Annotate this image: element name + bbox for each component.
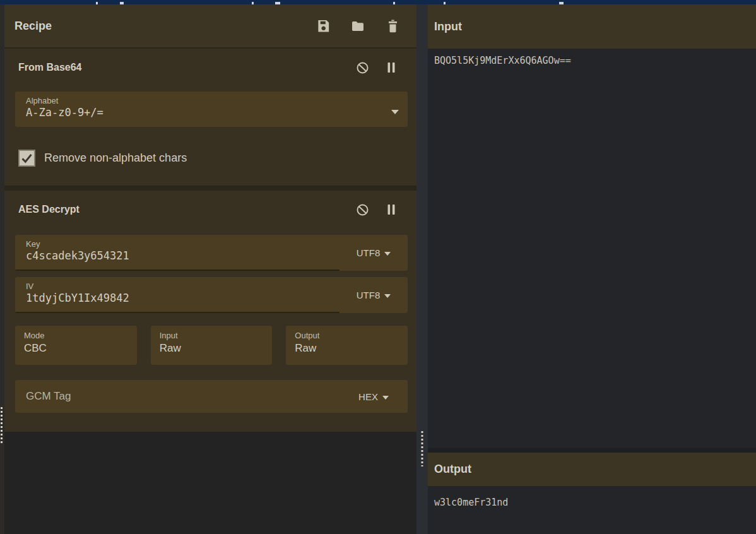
key-type-value: UTF8 xyxy=(357,247,381,258)
cyberchef-app: Recipe xyxy=(0,0,756,534)
key-input[interactable]: Key c4scadek3y654321 xyxy=(15,235,340,271)
output-format-value: Raw xyxy=(295,342,408,355)
key-type-select[interactable]: UTF8 xyxy=(340,235,408,271)
mode-input-output-row: Mode CBC Input Raw Output Raw xyxy=(15,326,408,365)
save-icon[interactable] xyxy=(316,18,331,33)
browser-text-fragment xyxy=(120,2,124,4)
input-format-label: Input xyxy=(160,331,273,340)
remove-non-alphabet-checkbox[interactable] xyxy=(18,150,35,167)
pause-icon[interactable] xyxy=(384,202,399,217)
caret-down-icon xyxy=(391,110,399,114)
recipe-title: Recipe xyxy=(15,20,52,33)
recipe-header: Recipe xyxy=(4,4,416,49)
browser-text-fragment xyxy=(96,2,98,4)
splitter-drag-handle-icon xyxy=(1,407,3,445)
operation-title: AES Decrypt xyxy=(18,204,80,215)
output-format-label: Output xyxy=(295,331,408,340)
browser-text-fragment xyxy=(559,2,564,4)
input-output-divider[interactable] xyxy=(428,448,756,453)
disable-icon[interactable] xyxy=(355,202,370,217)
key-value: c4scadek3y654321 xyxy=(26,249,340,262)
gcm-tag-field-row: GCM Tag HEX xyxy=(15,380,408,413)
caret-down-icon xyxy=(384,294,391,298)
output-header: Output xyxy=(428,453,756,486)
load-folder-icon[interactable] xyxy=(350,18,365,33)
recipe-empty-area xyxy=(4,428,416,534)
output-title: Output xyxy=(434,463,471,476)
browser-text-fragment xyxy=(393,2,395,4)
operation-header[interactable]: AES Decrypt xyxy=(4,191,416,228)
caret-down-icon xyxy=(382,396,389,400)
gcm-tag-input[interactable]: GCM Tag xyxy=(26,390,340,403)
operation-header[interactable]: From Base64 xyxy=(4,49,416,86)
iv-value: 1tdyjCbY1Ix49842 xyxy=(26,292,340,304)
output-format-select[interactable]: Output Raw xyxy=(286,326,408,365)
browser-text-fragment xyxy=(275,2,280,4)
mode-label: Mode xyxy=(24,331,137,340)
iv-field-row: IV 1tdyjCbY1Ix49842 UTF8 xyxy=(15,277,408,313)
input-format-value: Raw xyxy=(160,342,273,355)
gcm-type-value: HEX xyxy=(358,391,378,402)
operation-separator xyxy=(4,186,416,191)
recipe-io-splitter[interactable] xyxy=(416,4,428,534)
browser-text-fragment xyxy=(252,2,254,4)
iv-type-value: UTF8 xyxy=(357,290,381,300)
caret-down-icon xyxy=(384,252,391,256)
output-textarea[interactable]: w3lc0meFr31nd xyxy=(428,486,756,534)
clear-trash-icon[interactable] xyxy=(385,18,400,33)
mode-value: CBC xyxy=(24,342,137,355)
recipe-operation-list: From Base64 xyxy=(4,49,416,428)
input-format-select[interactable]: Input Raw xyxy=(151,326,273,365)
recipe-pane: Recipe xyxy=(4,4,416,534)
io-pane: Input BQO5l5Kj9MdErXx6Q6AGOw== Output w3… xyxy=(428,4,756,534)
disable-icon[interactable] xyxy=(355,60,370,75)
key-label: Key xyxy=(26,239,340,249)
alphabet-label: Alphabet xyxy=(26,96,391,105)
iv-label: IV xyxy=(26,282,340,291)
browser-edge-strip xyxy=(0,0,756,4)
recipe-toolbar xyxy=(316,18,400,33)
iv-input[interactable]: IV 1tdyjCbY1Ix49842 xyxy=(15,277,340,313)
input-textarea[interactable]: BQO5l5Kj9MdErXx6Q6AGOw== xyxy=(428,49,756,448)
iv-type-select[interactable]: UTF8 xyxy=(340,277,408,313)
alphabet-value: A-Za-z0-9+/= xyxy=(26,106,391,119)
pause-icon[interactable] xyxy=(384,60,399,75)
key-field-row: Key c4scadek3y654321 UTF8 xyxy=(15,235,408,271)
mode-select[interactable]: Mode CBC xyxy=(15,326,137,365)
gcm-type-select[interactable]: HEX xyxy=(340,391,408,402)
operation-title: From Base64 xyxy=(18,62,82,73)
main-layout: Recipe xyxy=(0,4,756,534)
operation-aes-decrypt[interactable]: AES Decrypt xyxy=(4,191,416,428)
input-title: Input xyxy=(434,20,462,33)
remove-non-alphabet-row: Remove non-alphabet chars xyxy=(18,150,406,167)
operation-from-base64[interactable]: From Base64 xyxy=(4,49,416,167)
alphabet-dropdown[interactable]: Alphabet A-Za-z0-9+/= xyxy=(15,92,408,127)
splitter-drag-handle-icon xyxy=(422,431,423,466)
remove-non-alphabet-label: Remove non-alphabet chars xyxy=(44,151,187,165)
browser-text-fragment xyxy=(444,2,446,4)
input-header: Input xyxy=(428,4,756,49)
checkmark-icon xyxy=(20,151,33,165)
operations-pane-splitter[interactable] xyxy=(0,4,4,534)
